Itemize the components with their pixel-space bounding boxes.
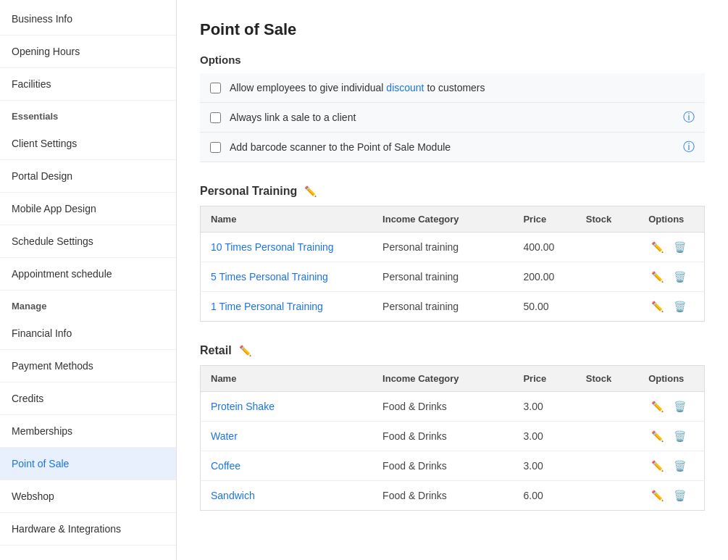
edit-category-button-personal-training[interactable]: ✏️: [303, 184, 318, 198]
delete-row-button-3[interactable]: 🗑️: [671, 488, 689, 503]
table-row: CoffeeFood & Drinks3.00✏️🗑️: [201, 451, 705, 481]
options-section: Options Allow employees to give individu…: [200, 54, 705, 162]
sidebar-item-business-info[interactable]: Business Info: [0, 3, 176, 35]
delete-row-button-0[interactable]: 🗑️: [671, 240, 689, 254]
table-retail: NameIncome CategoryPriceStockOptionsProt…: [200, 365, 705, 511]
edit-row-button-0[interactable]: ✏️: [648, 240, 666, 254]
edit-row-button-0[interactable]: ✏️: [648, 399, 666, 414]
action-icons-3: ✏️🗑️: [648, 488, 694, 503]
option-label-discount-option: Allow employees to give individual disco…: [230, 82, 485, 93]
row-income-2: Personal training: [372, 292, 513, 322]
row-price-1: 200.00: [513, 262, 575, 292]
info-icon[interactable]: ⓘ: [683, 110, 695, 125]
sidebar-item-portal-design[interactable]: Portal Design: [0, 160, 176, 193]
sidebar-item-webshop[interactable]: Webshop: [0, 480, 176, 513]
row-options-1: ✏️🗑️: [638, 422, 704, 451]
row-stock-2: [576, 451, 638, 481]
sidebar-item-memberships[interactable]: Memberships: [0, 415, 176, 448]
sidebar-item-payment-methods[interactable]: Payment Methods: [0, 350, 176, 383]
col-header-name: Name: [201, 206, 373, 233]
table-personal-training: NameIncome CategoryPriceStockOptions10 T…: [200, 206, 705, 322]
row-name-link-0[interactable]: Protein Shake: [211, 401, 275, 412]
edit-category-button-retail[interactable]: ✏️: [238, 343, 253, 358]
col-header-price: Price: [513, 366, 575, 392]
action-icons-2: ✏️🗑️: [648, 459, 694, 473]
delete-row-button-2[interactable]: 🗑️: [671, 459, 689, 473]
page-title: Point of Sale: [200, 20, 705, 39]
edit-row-button-3[interactable]: ✏️: [648, 488, 666, 503]
row-name-2: Coffee: [201, 451, 373, 481]
table-row: WaterFood & Drinks3.00✏️🗑️: [201, 422, 705, 451]
row-stock-0: [576, 233, 638, 262]
row-income-0: Personal training: [372, 233, 513, 262]
row-options-2: ✏️🗑️: [638, 292, 704, 322]
table-row: 1 Time Personal TrainingPersonal trainin…: [201, 292, 705, 322]
row-name-link-2[interactable]: Coffee: [211, 460, 240, 472]
edit-row-button-1[interactable]: ✏️: [648, 429, 666, 443]
col-header-options: Options: [638, 366, 704, 392]
row-income-1: Personal training: [372, 262, 513, 292]
sidebar-item-financial-info[interactable]: Financial Info: [0, 317, 176, 350]
sidebar-item-hardware-integrations[interactable]: Hardware & Integrations: [0, 513, 176, 546]
info-icon[interactable]: ⓘ: [683, 140, 695, 155]
row-stock-3: [576, 481, 638, 511]
action-icons-0: ✏️🗑️: [648, 240, 694, 254]
delete-row-button-1[interactable]: 🗑️: [671, 429, 689, 443]
row-name-link-3[interactable]: Sandwich: [211, 490, 255, 501]
row-name-link-2[interactable]: 1 Time Personal Training: [211, 301, 323, 312]
row-income-0: Food & Drinks: [372, 392, 513, 422]
main-content: Point of Sale Options Allow employees to…: [177, 0, 728, 560]
sidebar-item-opening-hours[interactable]: Opening Hours: [0, 35, 176, 68]
table-row: Protein ShakeFood & Drinks3.00✏️🗑️: [201, 392, 705, 422]
edit-row-button-2[interactable]: ✏️: [648, 459, 666, 473]
row-stock-0: [576, 392, 638, 422]
table-row: 10 Times Personal TrainingPersonal train…: [201, 233, 705, 262]
row-name-3: Sandwich: [201, 481, 373, 511]
row-price-2: 50.00: [513, 292, 575, 322]
sidebar-item-schedule-settings[interactable]: Schedule Settings: [0, 225, 176, 258]
delete-row-button-2[interactable]: 🗑️: [671, 299, 689, 314]
option-row-discount-option: Allow employees to give individual disco…: [200, 73, 705, 103]
category-header-retail: Retail✏️: [200, 343, 705, 358]
row-options-3: ✏️🗑️: [638, 481, 704, 511]
row-name-link-0[interactable]: 10 Times Personal Training: [211, 241, 334, 253]
row-stock-2: [576, 292, 638, 322]
option-checkbox-barcode-option[interactable]: [210, 142, 221, 153]
row-name-link-1[interactable]: Water: [211, 430, 238, 442]
sidebar-item-appointment-schedule[interactable]: Appointment schedule: [0, 258, 176, 291]
row-price-3: 6.00: [513, 481, 575, 511]
delete-row-button-1[interactable]: 🗑️: [671, 269, 689, 284]
row-name-0: Protein Shake: [201, 392, 373, 422]
row-price-2: 3.00: [513, 451, 575, 481]
col-header-income-category: Income Category: [372, 206, 513, 233]
row-name-0: 10 Times Personal Training: [201, 233, 373, 262]
options-section-title: Options: [200, 54, 705, 66]
category-section-retail: Retail✏️NameIncome CategoryPriceStockOpt…: [200, 343, 705, 511]
sidebar-section-header: Essentials: [0, 101, 176, 128]
col-header-income-category: Income Category: [372, 366, 513, 392]
edit-row-button-2[interactable]: ✏️: [648, 299, 666, 314]
row-options-0: ✏️🗑️: [638, 233, 704, 262]
row-name-1: 5 Times Personal Training: [201, 262, 373, 292]
table-row: 5 Times Personal TrainingPersonal traini…: [201, 262, 705, 292]
sidebar-item-client-settings[interactable]: Client Settings: [0, 128, 176, 160]
option-checkbox-discount-option[interactable]: [210, 83, 221, 93]
sidebar-item-mobile-app-design[interactable]: Mobile App Design: [0, 193, 176, 225]
option-label-link-sale-option: Always link a sale to a client: [230, 112, 356, 123]
edit-row-button-1[interactable]: ✏️: [648, 269, 666, 284]
col-header-name: Name: [201, 366, 373, 392]
delete-row-button-0[interactable]: 🗑️: [671, 399, 689, 414]
option-checkbox-link-sale-option[interactable]: [210, 112, 221, 123]
sidebar-section-header: Manage: [0, 291, 176, 317]
option-label-link: discount: [386, 82, 424, 93]
row-name-link-1[interactable]: 5 Times Personal Training: [211, 271, 328, 283]
sidebar-item-facilities[interactable]: Facilities: [0, 68, 176, 101]
option-label-barcode-option: Add barcode scanner to the Point of Sale…: [230, 141, 451, 153]
category-header-personal-training: Personal Training✏️: [200, 184, 705, 198]
sidebar-item-point-of-sale[interactable]: Point of Sale: [0, 448, 176, 480]
action-icons-1: ✏️🗑️: [648, 429, 694, 443]
row-options-2: ✏️🗑️: [638, 451, 704, 481]
col-header-options: Options: [638, 206, 704, 233]
row-price-0: 400.00: [513, 233, 575, 262]
sidebar-item-credits[interactable]: Credits: [0, 383, 176, 415]
